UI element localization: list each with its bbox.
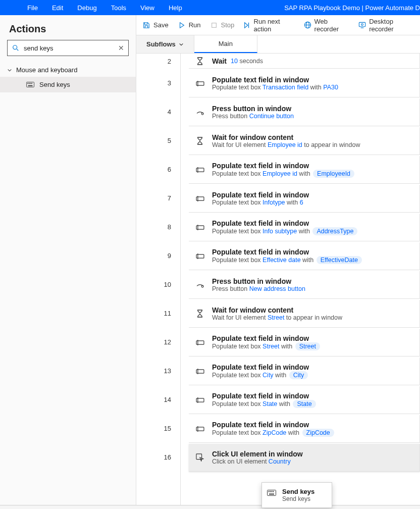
flow-step[interactable]: Wait for window contentWait for UI eleme… <box>189 127 420 155</box>
svg-rect-39 <box>270 491 271 492</box>
stop-button: Stop <box>210 21 235 29</box>
step-title: Wait for window content <box>212 133 360 141</box>
menu-item-file[interactable]: File <box>20 4 45 12</box>
line-number: 16 <box>136 443 180 472</box>
line-number: 5 <box>136 126 180 155</box>
svg-rect-3 <box>27 83 28 84</box>
step-sub: 10 seconds <box>231 58 263 65</box>
step-sub: Press button New address button <box>212 285 305 292</box>
svg-point-15 <box>361 24 363 26</box>
subflows-dropdown[interactable]: Subflows <box>136 35 194 53</box>
step-title: Populate text field in window <box>212 334 320 342</box>
flow-step[interactable]: Populate text field in windowPopulate te… <box>189 242 420 270</box>
flow-step[interactable]: Populate text field in windowPopulate te… <box>189 70 420 97</box>
tree-item-label: Send keys <box>39 81 70 88</box>
svg-rect-36 <box>196 454 202 460</box>
line-number: 9 <box>136 241 180 270</box>
line-number: 13 <box>136 357 180 385</box>
menu-item-help[interactable]: Help <box>162 4 189 12</box>
step-title: Populate text field in window <box>212 392 316 400</box>
clear-search-icon[interactable]: ✕ <box>118 44 124 52</box>
step-sub: Populate text box Info subtype with Addr… <box>212 227 357 235</box>
svg-rect-13 <box>359 22 365 26</box>
flow-step[interactable]: Click UI element in windowClick on UI el… <box>189 444 420 472</box>
press-icon <box>195 280 205 290</box>
line-number: 11 <box>136 299 180 328</box>
flow-step[interactable]: Populate text field in windowPopulate te… <box>189 386 420 414</box>
step-sub: Wait for UI element Employee id to appea… <box>212 141 360 148</box>
svg-rect-6 <box>31 83 32 84</box>
window-title: SAP RPA Playbook Demo | Power Automate D <box>284 4 420 12</box>
textbox-icon <box>195 424 205 434</box>
textbox-icon <box>195 78 205 88</box>
menu-bar: FileEditDebugToolsViewHelp SAP RPA Playb… <box>0 0 420 15</box>
svg-rect-41 <box>273 491 274 492</box>
run-next-button[interactable]: Run next action <box>243 18 294 33</box>
step-sub: Populate text box Infotype with 6 <box>212 199 309 206</box>
wait-icon <box>195 56 205 66</box>
run-button[interactable]: Run <box>178 21 201 29</box>
line-number: 15 <box>136 414 180 443</box>
tab-bar: Subflows Main <box>136 35 420 54</box>
step-title: Populate text field in window <box>212 421 334 429</box>
step-sub: Press button Continue button <box>212 113 294 120</box>
tab-main[interactable]: Main <box>194 35 257 53</box>
menu-item-edit[interactable]: Edit <box>45 4 70 12</box>
sidebar-title: Actions <box>0 15 136 40</box>
flow-step[interactable]: Populate text field in windowPopulate te… <box>189 329 420 357</box>
textbox-icon <box>195 366 205 376</box>
line-number: 3 <box>136 69 180 97</box>
step-title: Populate text field in window <box>212 162 354 170</box>
svg-point-27 <box>201 285 203 287</box>
textbox-icon <box>195 193 205 203</box>
step-sub: Wait for UI element Street to appear in … <box>212 314 342 321</box>
step-title: Populate text field in window <box>212 191 309 199</box>
svg-rect-5 <box>30 83 31 84</box>
press-icon <box>195 107 205 117</box>
search-icon <box>12 44 20 52</box>
flow-step[interactable]: Populate text field in windowPopulate te… <box>189 415 420 443</box>
svg-rect-8 <box>212 23 216 27</box>
menu-item-debug[interactable]: Debug <box>70 4 103 12</box>
tree-group-header[interactable]: Mouse and keyboard <box>0 63 136 77</box>
globe-icon <box>304 21 311 29</box>
flow-step[interactable]: Press button in windowPress button New a… <box>189 271 420 299</box>
svg-rect-4 <box>29 83 30 84</box>
search-input[interactable] <box>20 44 118 52</box>
flow-step[interactable]: Wait10 seconds <box>189 54 420 69</box>
step-title: Wait for window content <box>212 306 342 314</box>
save-button[interactable]: Save <box>142 21 169 29</box>
flow-step[interactable]: Populate text field in windowPopulate te… <box>189 214 420 241</box>
step-title: Click UI element in window <box>212 450 303 458</box>
svg-line-1 <box>17 49 18 50</box>
menu-item-view[interactable]: View <box>133 4 162 12</box>
step-title: Press button in window <box>212 277 305 285</box>
flow-step[interactable]: Populate text field in windowPopulate te… <box>189 156 420 184</box>
step-sub: Populate text box Transaction field with… <box>212 84 338 91</box>
flow-step[interactable]: Wait for window contentWait for UI eleme… <box>189 300 420 328</box>
textbox-icon <box>195 222 205 232</box>
svg-rect-38 <box>269 491 270 492</box>
tree-group-label: Mouse and keyboard <box>16 66 77 74</box>
status-bar <box>0 505 420 509</box>
step-title: Press button in window <box>212 105 294 113</box>
tree-item-send-keys[interactable]: Send keys <box>0 77 136 92</box>
chevron-down-icon <box>179 42 184 47</box>
flow-step[interactable]: Populate text field in windowPopulate te… <box>189 185 420 213</box>
menu-item-tools[interactable]: Tools <box>104 4 133 12</box>
line-number: 7 <box>136 184 180 213</box>
step-title: Wait <box>212 57 227 65</box>
flow-step[interactable]: Press button in windowPress button Conti… <box>189 98 420 126</box>
line-number: 6 <box>136 155 180 184</box>
web-recorder-button[interactable]: Web recorder <box>304 18 350 33</box>
step-sub: Populate text box City with City <box>212 371 309 379</box>
search-input-wrap[interactable]: ✕ <box>7 40 129 56</box>
textbox-icon <box>195 251 205 261</box>
svg-rect-40 <box>272 491 273 492</box>
monitor-icon <box>358 21 366 29</box>
flow-step[interactable]: Populate text field in windowPopulate te… <box>189 358 420 385</box>
tooltip-title: Send keys <box>282 488 314 495</box>
desktop-recorder-button[interactable]: Desktop recorder <box>358 18 414 33</box>
svg-rect-2 <box>26 82 34 87</box>
tooltip-sub: Send keys <box>282 495 314 502</box>
